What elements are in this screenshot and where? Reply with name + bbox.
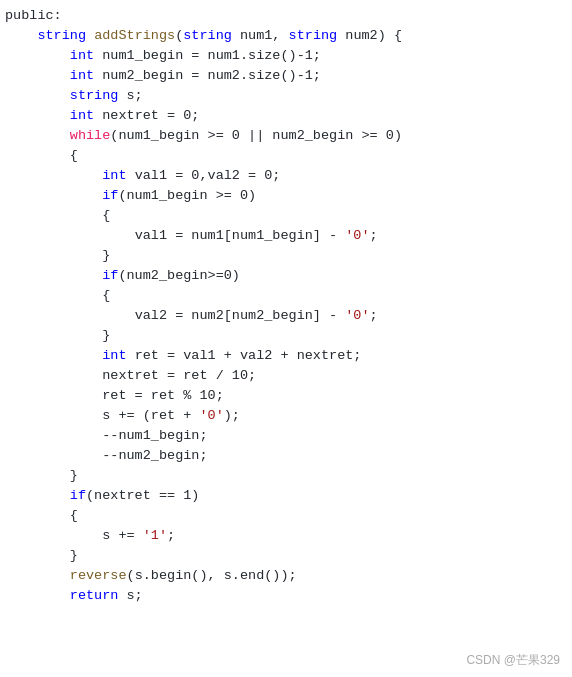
code-line: val1 = num1[num1_begin] - '0'; [0,226,572,246]
code-line: { [0,286,572,306]
code-line: string s; [0,86,572,106]
code-line: int ret = val1 + val2 + nextret; [0,346,572,366]
code-line: return s; [0,586,572,606]
code-line: int nextret = 0; [0,106,572,126]
code-line: ret = ret % 10; [0,386,572,406]
code-line: } [0,466,572,486]
code-line: { [0,146,572,166]
code-line: while(num1_begin >= 0 || num2_begin >= 0… [0,126,572,146]
code-line: int num1_begin = num1.size()-1; [0,46,572,66]
code-editor: public: string addStrings(string num1, s… [0,0,572,677]
watermark: CSDN @芒果329 [466,652,560,669]
code-line: --num1_begin; [0,426,572,446]
code-line: s += (ret + '0'); [0,406,572,426]
code-line: { [0,506,572,526]
code-line: } [0,246,572,266]
code-line: string addStrings(string num1, string nu… [0,26,572,46]
code-line: if(nextret == 1) [0,486,572,506]
code-line: { [0,206,572,226]
code-line: } [0,546,572,566]
code-line: nextret = ret / 10; [0,366,572,386]
code-line: s += '1'; [0,526,572,546]
code-line: public: [0,6,572,26]
code-line: } [0,326,572,346]
code-line: int num2_begin = num2.size()-1; [0,66,572,86]
code-line: val2 = num2[num2_begin] - '0'; [0,306,572,326]
code-line: if(num1_begin >= 0) [0,186,572,206]
code-line: --num2_begin; [0,446,572,466]
code-line: reverse(s.begin(), s.end()); [0,566,572,586]
code-line: int val1 = 0,val2 = 0; [0,166,572,186]
code-line: if(num2_begin>=0) [0,266,572,286]
